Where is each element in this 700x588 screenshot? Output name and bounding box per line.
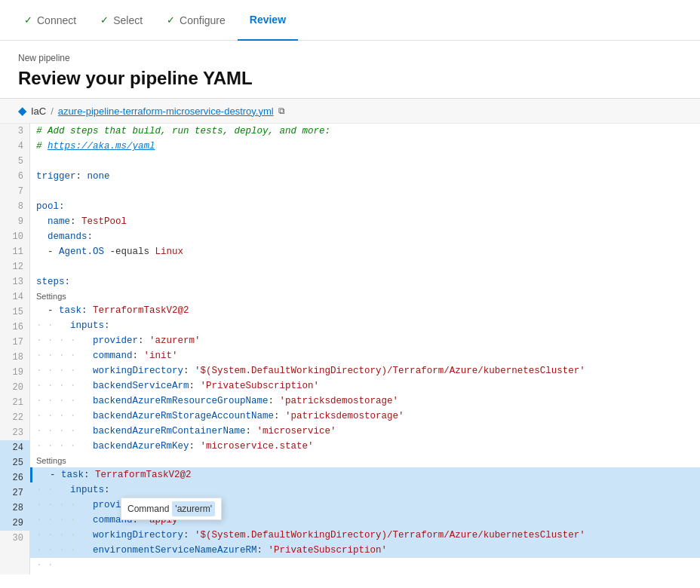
ln-25: 25 — [0, 455, 29, 470]
active-line-bar — [30, 467, 32, 482]
wizard-step-connect-label: Connect — [37, 14, 76, 26]
ln-29: 29 — [0, 516, 29, 531]
wizard-nav: ✓ Connect ✓ Select ✓ Configure Review — [0, 0, 700, 41]
copy-icon[interactable]: ⧉ — [278, 106, 285, 116]
code-line-7 — [30, 184, 700, 199]
code-line-11: - Agent.OS -equals Linux — [30, 244, 700, 259]
code-line-28: · · · · workingDirectory: '$(System.Defa… — [30, 528, 700, 543]
code-line-25: · · inputs: — [30, 482, 700, 498]
ln-16: 16 — [0, 320, 29, 335]
repo-label: IaC — [31, 106, 46, 117]
wizard-step-review[interactable]: Review — [238, 0, 298, 41]
code-line-16: · · · · provider: 'azurerm' — [30, 333, 700, 348]
code-line-21: · · · · backendAzureRmStorageAccountName… — [30, 409, 700, 424]
breadcrumb: New pipeline — [18, 53, 682, 63]
ln-12: 12 — [0, 259, 29, 274]
ln-18: 18 — [0, 350, 29, 365]
code-line-30: · · — [30, 558, 700, 573]
ln-4: 4 — [0, 139, 29, 154]
code-line-8: pool: — [30, 199, 700, 214]
check-icon-connect: ✓ — [24, 14, 32, 26]
code-line-17: · · · · command: 'init' — [30, 348, 700, 363]
ln-20: 20 — [0, 380, 29, 395]
ln-21: 21 — [0, 395, 29, 410]
wizard-step-configure-label: Configure — [180, 14, 226, 26]
filename-link[interactable]: azure-pipeline-terraform-microservice-de… — [58, 106, 274, 117]
ln-10: 10 — [0, 229, 29, 244]
ln-3: 3 — [0, 124, 29, 139]
wizard-step-select[interactable]: ✓ Select — [88, 0, 155, 41]
ln-9: 9 — [0, 214, 29, 229]
ln-5: 5 — [0, 154, 29, 169]
ln-24: 24 — [0, 440, 29, 455]
check-icon-configure: ✓ — [167, 14, 175, 26]
code-line-19: · · · · backendServiceArm: 'PrivateSubsc… — [30, 378, 700, 394]
ln-19: 19 — [0, 365, 29, 380]
code-line-29: · · · · environmentServiceNameAzureRM: '… — [30, 543, 700, 558]
wizard-step-review-label: Review — [250, 14, 286, 26]
file-path-bar: ◆ IaC / azure-pipeline-terraform-microse… — [0, 99, 700, 124]
code-line-26: · · · · provider: 'azurerm' Command 'azu… — [30, 498, 700, 513]
page-header: New pipeline Review your pipeline YAML — [0, 41, 700, 99]
code-line-24: - task: TerraformTaskV2@2 — [30, 467, 700, 482]
ln-28: 28 — [0, 501, 29, 516]
ln-6: 6 — [0, 169, 29, 184]
ln-27: 27 — [0, 485, 29, 501]
ln-30: 30 — [0, 531, 29, 546]
ln-23: 23 — [0, 425, 29, 440]
path-separator: / — [51, 106, 54, 117]
line-numbers: 3 4 5 6 7 8 9 10 11 12 13 14 15 16 17 18… — [0, 124, 30, 574]
wizard-step-configure[interactable]: ✓ Configure — [155, 0, 238, 41]
ln-15: 15 — [0, 305, 29, 320]
check-icon-select: ✓ — [100, 14, 109, 26]
code-line-13: steps: — [30, 274, 700, 289]
iac-icon: ◆ — [18, 105, 26, 117]
code-line-22: · · · · backendAzureRmContainerName: 'mi… — [30, 424, 700, 439]
code-line-12 — [30, 259, 700, 274]
code-line-23: · · · · backendAzureRmKey: 'microservice… — [30, 439, 700, 454]
code-line-10: demands: — [30, 229, 700, 244]
wizard-step-select-label: Select — [113, 14, 143, 26]
page-title: Review your pipeline YAML — [18, 68, 682, 89]
code-area: 3 4 5 6 7 8 9 10 11 12 13 14 15 16 17 18… — [0, 124, 700, 574]
ln-26: 26 — [0, 470, 29, 485]
code-line-5 — [30, 154, 700, 169]
code-line-20: · · · · backendAzureRmResourceGroupName:… — [30, 394, 700, 409]
ln-8: 8 — [0, 199, 29, 214]
code-line-14: - task: TerraformTaskV2@2 — [30, 303, 700, 318]
code-line-15: · · inputs: — [30, 318, 700, 333]
ln-7: 7 — [0, 184, 29, 199]
wizard-step-connect[interactable]: ✓ Connect — [12, 0, 88, 41]
ln-17: 17 — [0, 335, 29, 350]
settings-label-1: Settings — [30, 289, 700, 303]
code-line-18: · · · · workingDirectory: '$(System.Defa… — [30, 363, 700, 378]
ln-14: 14 — [0, 289, 29, 305]
settings-label-2: Settings — [30, 454, 700, 467]
ln-22: 22 — [0, 410, 29, 425]
code-line-27: · · · · command: 'apply' — [30, 513, 700, 528]
code-line-3: # Add steps that build, run tests, deplo… — [30, 124, 700, 139]
code-lines: # Add steps that build, run tests, deplo… — [30, 124, 700, 574]
ln-11: 11 — [0, 244, 29, 259]
code-line-6: trigger: none — [30, 169, 700, 184]
code-line-9: name: TestPool — [30, 214, 700, 229]
ln-13: 13 — [0, 274, 29, 289]
code-line-4: # https://aka.ms/yaml — [30, 139, 700, 154]
